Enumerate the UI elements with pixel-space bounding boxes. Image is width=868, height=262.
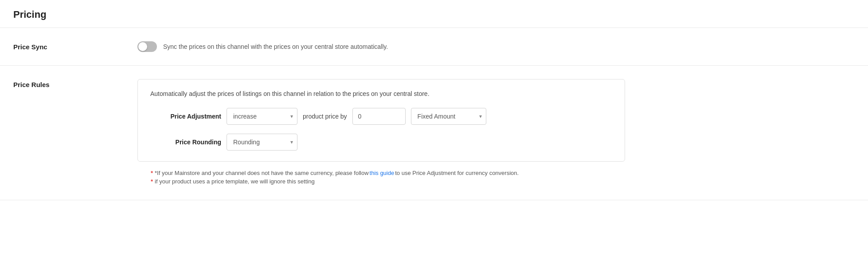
- amount-type-select-wrapper: Fixed Amount Percentage ▾: [411, 108, 486, 125]
- note-line-1: * *If your Mainstore and your channel do…: [151, 170, 841, 176]
- note1-asterisk: *: [151, 170, 153, 176]
- adjustment-select[interactable]: increase decrease: [227, 108, 297, 125]
- toggle-row: Sync the prices on this channel with the…: [137, 41, 855, 52]
- rounding-select[interactable]: Rounding Round Up Round Down No Rounding: [227, 134, 297, 151]
- page-title: Pricing: [13, 9, 855, 20]
- rounding-select-wrapper: Rounding Round Up Round Down No Rounding…: [227, 134, 297, 151]
- note2-asterisk: *: [151, 178, 153, 185]
- page-header: Pricing: [0, 0, 868, 28]
- amount-type-select[interactable]: Fixed Amount Percentage: [411, 108, 486, 125]
- price-adjustment-label: Price Adjustment: [150, 113, 221, 120]
- price-sync-section: Price Sync Sync the prices on this chann…: [0, 28, 868, 66]
- price-sync-toggle[interactable]: [137, 41, 157, 52]
- note1-link[interactable]: this guide: [370, 170, 395, 176]
- rules-box: Automatically adjust the prices of listi…: [137, 79, 625, 162]
- rules-description: Automatically adjust the prices of listi…: [150, 90, 612, 97]
- price-rules-label: Price Rules: [13, 79, 137, 88]
- price-sync-content: Sync the prices on this channel with the…: [137, 41, 855, 52]
- price-sync-description: Sync the prices on this channel with the…: [163, 43, 388, 50]
- price-value-input[interactable]: [352, 108, 406, 125]
- price-adjustment-row: Price Adjustment increase decrease ▾ pro…: [150, 108, 612, 125]
- note-line-2: * if your product uses a price template,…: [151, 178, 841, 185]
- price-rules-content: Automatically adjust the prices of listi…: [137, 79, 855, 187]
- toggle-knob: [138, 42, 147, 51]
- note1-prefix: *If your Mainstore and your channel does…: [155, 170, 368, 176]
- note1-suffix: to use Price Adjustment for currency con…: [395, 170, 519, 176]
- price-rounding-row: Price Rounding Rounding Round Up Round D…: [150, 134, 612, 151]
- price-rules-section: Price Rules Automatically adjust the pri…: [0, 66, 868, 200]
- price-sync-label: Price Sync: [13, 41, 137, 51]
- price-rounding-label: Price Rounding: [150, 139, 221, 146]
- adjustment-select-wrapper: increase decrease ▾: [227, 108, 297, 125]
- note2-text: if your product uses a price template, w…: [155, 178, 315, 185]
- notes-section: * *If your Mainstore and your channel do…: [137, 170, 855, 185]
- page-container: Pricing Price Sync Sync the prices on th…: [0, 0, 868, 262]
- by-text: product price by: [303, 113, 347, 120]
